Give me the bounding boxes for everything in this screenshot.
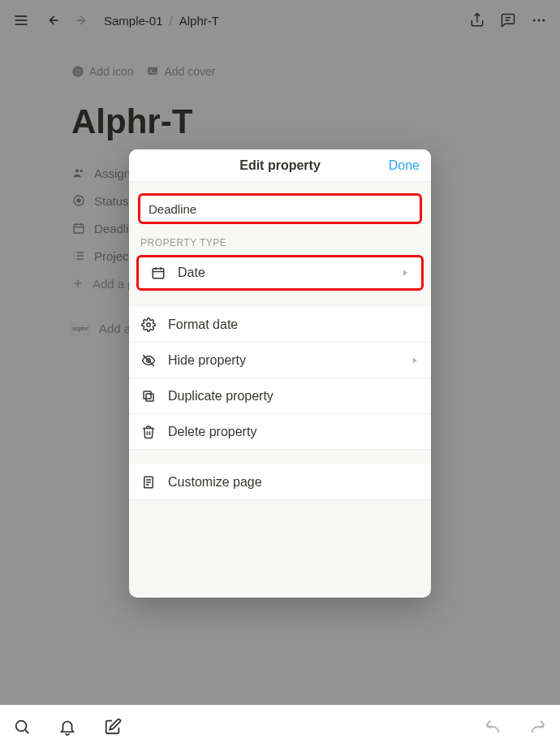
svg-rect-42: [144, 391, 151, 399]
svg-marker-36: [403, 270, 407, 276]
property-type-label: Date: [178, 266, 389, 280]
sheet-title: Edit property: [239, 158, 321, 173]
duplicate-icon: [140, 388, 157, 404]
svg-marker-40: [413, 357, 417, 363]
section-property-type: PROPERTY TYPE: [129, 232, 431, 255]
bottom-toolbar: [0, 705, 560, 747]
duplicate-property-label: Duplicate property: [168, 389, 420, 404]
trash-icon: [140, 424, 157, 440]
done-button[interactable]: Done: [389, 149, 420, 182]
search-icon[interactable]: [11, 716, 32, 737]
undo-icon[interactable]: [482, 716, 503, 737]
calendar-icon: [150, 265, 166, 281]
hide-property-label: Hide property: [168, 353, 398, 368]
delete-property-label: Delete property: [168, 425, 420, 439]
property-type-row[interactable]: Date: [136, 255, 424, 291]
svg-point-47: [16, 720, 27, 731]
svg-rect-41: [146, 394, 153, 401]
svg-rect-32: [153, 269, 164, 279]
eye-off-icon: [140, 352, 157, 369]
property-name-wrap: [129, 182, 431, 232]
format-date-label: Format date: [168, 317, 420, 332]
duplicate-property-row[interactable]: Duplicate property: [129, 378, 431, 414]
delete-property-row[interactable]: Delete property: [129, 414, 431, 450]
chevron-right-icon: [400, 268, 410, 278]
chevron-right-icon: [410, 356, 420, 365]
gear-icon: [140, 317, 157, 333]
compose-icon[interactable]: [102, 716, 123, 737]
notifications-icon[interactable]: [57, 716, 78, 737]
hide-property-row[interactable]: Hide property: [129, 343, 431, 378]
sheet-header: Edit property Done: [129, 149, 431, 182]
svg-line-48: [25, 730, 28, 733]
edit-property-sheet: Edit property Done PROPERTY TYPE Date Fo…: [129, 149, 431, 598]
page-icon: [140, 474, 157, 490]
format-date-row[interactable]: Format date: [129, 307, 431, 343]
property-name-input[interactable]: [138, 193, 422, 224]
svg-point-37: [147, 322, 151, 326]
customize-page-row[interactable]: Customize page: [129, 464, 431, 500]
redo-icon[interactable]: [528, 716, 549, 737]
customize-page-label: Customize page: [168, 475, 420, 490]
